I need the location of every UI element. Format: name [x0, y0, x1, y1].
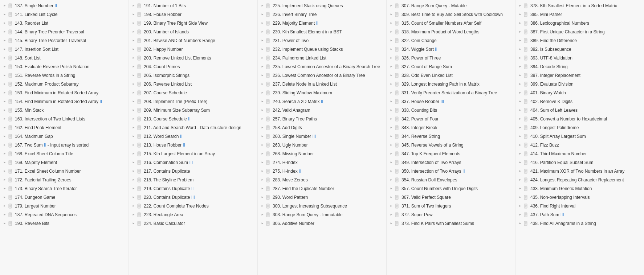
list-item[interactable]: ► 229. Majority Element II — [258, 19, 386, 28]
list-item[interactable]: ► 290. Word Pattern — [258, 193, 386, 202]
list-item[interactable]: ► 436. Find Right Interval — [515, 202, 644, 210]
expand-icon[interactable]: ► — [3, 48, 7, 51]
expand-icon[interactable]: ► — [261, 21, 264, 25]
list-item[interactable]: ► 179. Largest Number — [0, 202, 129, 210]
expand-icon[interactable]: ► — [518, 30, 522, 34]
list-item[interactable]: ► 207. Course Schedule — [129, 89, 257, 97]
expand-icon[interactable]: ► — [261, 100, 264, 103]
list-item[interactable]: ► 424. Longest Repeating Character Repla… — [515, 176, 644, 184]
list-item[interactable]: ► 171. Excel Sheet Column Number — [0, 167, 129, 176]
list-item[interactable]: ► 275. H-Index II — [258, 167, 386, 176]
list-item[interactable]: ► 167. Two Sum II - Input array is sorte… — [0, 141, 129, 149]
expand-icon[interactable]: ► — [3, 30, 7, 34]
expand-icon[interactable]: ► — [261, 30, 264, 34]
list-item[interactable]: ► 240. Search a 2D Matrix II — [258, 97, 386, 106]
expand-icon[interactable]: ► — [261, 152, 264, 156]
expand-icon[interactable]: ► — [261, 4, 264, 8]
list-item[interactable]: ► 373. Find K Pairs with Smallest Sums — [387, 219, 515, 228]
expand-icon[interactable]: ► — [261, 74, 264, 77]
expand-icon[interactable]: ► — [390, 65, 393, 69]
expand-icon[interactable]: ► — [3, 213, 7, 217]
list-item[interactable]: ► 162. Find Peak Element — [0, 123, 129, 132]
expand-icon[interactable]: ► — [390, 196, 393, 199]
list-item[interactable]: ► 328. Odd Even Linked List — [387, 71, 515, 80]
list-item[interactable]: ► 405. Convert a Number to Hexadecimal — [515, 115, 644, 123]
list-item[interactable]: ► 416. Partition Equal Subset Sum — [515, 158, 644, 167]
expand-icon[interactable]: ► — [3, 39, 7, 42]
expand-icon[interactable]: ► — [3, 100, 7, 103]
list-item[interactable]: ► 433. Minimum Genetic Mutation — [515, 184, 644, 193]
expand-icon[interactable]: ► — [518, 100, 522, 103]
list-item[interactable]: ► 234. Palindrome Linked List — [258, 54, 386, 62]
expand-icon[interactable]: ► — [390, 135, 393, 138]
expand-icon[interactable]: ► — [132, 204, 135, 208]
expand-icon[interactable]: ► — [3, 4, 7, 8]
expand-icon[interactable]: ► — [518, 82, 522, 86]
list-item[interactable]: ► 347. Top K Frequent Elements — [387, 149, 515, 158]
list-item[interactable]: ► 389. Find the Difference — [515, 36, 644, 45]
list-item[interactable]: ► 392. Is Subsequence — [515, 45, 644, 54]
expand-icon[interactable]: ► — [3, 143, 7, 147]
expand-icon[interactable]: ► — [518, 56, 522, 60]
expand-icon[interactable]: ► — [261, 117, 264, 121]
list-item[interactable]: ► 154. Find Minimum in Rotated Sorted Ar… — [0, 97, 129, 106]
list-item[interactable]: ► 283. Move Zeroes — [258, 176, 386, 184]
expand-icon[interactable]: ► — [518, 178, 522, 182]
list-item[interactable]: ► 222. Count Complete Tree Nodes — [129, 202, 257, 210]
expand-icon[interactable]: ► — [132, 222, 135, 225]
list-item[interactable]: ► 387. First Unique Character in a Strin… — [515, 28, 644, 36]
expand-icon[interactable]: ► — [3, 135, 7, 138]
list-item[interactable]: ► 306. Additive Number — [258, 219, 386, 228]
expand-icon[interactable]: ► — [132, 161, 135, 164]
list-item[interactable]: ► 226. Invert Binary Tree — [258, 10, 386, 19]
list-item[interactable]: ► 203. Remove Linked List Elements — [129, 54, 257, 62]
list-item[interactable]: ► 199. Binary Tree Right Side View — [129, 19, 257, 28]
list-item[interactable]: ► 173. Binary Search Tree Iterator — [0, 184, 129, 193]
expand-icon[interactable]: ► — [390, 48, 393, 51]
list-item[interactable]: ► 300. Longest Increasing Subsequence — [258, 202, 386, 210]
expand-icon[interactable]: ► — [3, 74, 7, 77]
list-item[interactable]: ► 137. Single Number II — [0, 1, 129, 10]
list-item[interactable]: ► 274. H-Index — [258, 158, 386, 167]
list-item[interactable]: ► 145. Binary Tree Postorder Traversal — [0, 36, 129, 45]
list-item[interactable]: ► 343. Integer Break — [387, 123, 515, 132]
list-item[interactable]: ► 385. Mini Parser — [515, 10, 644, 19]
expand-icon[interactable]: ► — [261, 108, 264, 112]
list-item[interactable]: ► 209. Minimum Size Subarray Sum — [129, 106, 257, 115]
expand-icon[interactable]: ► — [132, 30, 135, 34]
list-item[interactable]: ► 198. House Robber — [129, 10, 257, 19]
list-item[interactable]: ► 268. Missing Number — [258, 149, 386, 158]
list-item[interactable]: ► 143. Reorder List — [0, 19, 129, 28]
expand-icon[interactable]: ► — [518, 161, 522, 164]
list-item[interactable]: ► 160. Intersection of Two Linked Lists — [0, 115, 129, 123]
expand-icon[interactable]: ► — [390, 126, 393, 130]
expand-icon[interactable]: ► — [3, 196, 7, 199]
list-item[interactable]: ► 263. Ugly Number — [258, 141, 386, 149]
list-item[interactable]: ► 367. Valid Perfect Square — [387, 193, 515, 202]
list-item[interactable]: ► 309. Best Time to Buy and Sell Stock w… — [387, 10, 515, 19]
expand-icon[interactable]: ► — [518, 222, 522, 225]
expand-icon[interactable]: ► — [3, 82, 7, 86]
expand-icon[interactable]: ► — [261, 143, 264, 147]
expand-icon[interactable]: ► — [518, 108, 522, 112]
expand-icon[interactable]: ► — [132, 91, 135, 95]
expand-icon[interactable]: ► — [132, 39, 135, 42]
list-item[interactable]: ► 148. Sort List — [0, 54, 129, 62]
list-item[interactable]: ► 378. Kth Smallest Element in a Sorted … — [515, 1, 644, 10]
list-item[interactable]: ► 242. Valid Anagram — [258, 106, 386, 115]
list-item[interactable]: ► 205. Isomorphic Strings — [129, 71, 257, 80]
expand-icon[interactable]: ► — [132, 213, 135, 217]
expand-icon[interactable]: ► — [518, 48, 522, 51]
list-item[interactable]: ► 287. Find the Duplicate Number — [258, 184, 386, 193]
expand-icon[interactable]: ► — [3, 13, 7, 16]
expand-icon[interactable]: ► — [132, 196, 135, 199]
expand-icon[interactable]: ► — [390, 222, 393, 225]
expand-icon[interactable]: ► — [518, 117, 522, 121]
expand-icon[interactable]: ► — [518, 204, 522, 208]
list-item[interactable]: ► 215. Kth Largest Element in an Array — [129, 149, 257, 158]
list-item[interactable]: ► 208. Implement Trie (Prefix Tree) — [129, 97, 257, 106]
expand-icon[interactable]: ► — [390, 30, 393, 34]
expand-icon[interactable]: ► — [261, 204, 264, 208]
list-item[interactable]: ► 399. Evaluate Division — [515, 80, 644, 89]
expand-icon[interactable]: ► — [3, 187, 7, 190]
